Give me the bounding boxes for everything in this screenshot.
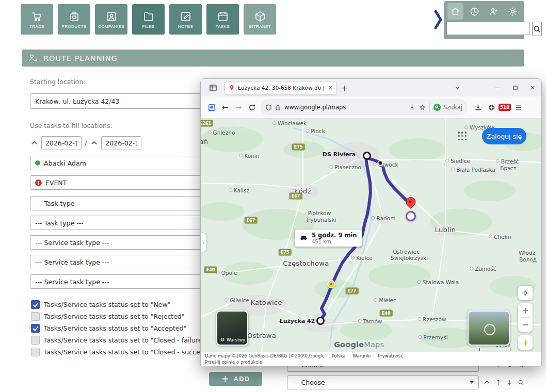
status-closed-failure-checkbox[interactable] bbox=[31, 336, 40, 345]
nav-companies-button[interactable]: COMPANIES bbox=[95, 4, 127, 35]
map-label: DS Riviera bbox=[323, 151, 356, 158]
collapse-up-button[interactable] bbox=[483, 379, 491, 386]
map-label: ań bbox=[201, 138, 208, 145]
reload-button[interactable] bbox=[245, 101, 259, 114]
country-link[interactable]: Polska bbox=[332, 353, 346, 358]
map-label: Częstochowa bbox=[283, 259, 329, 267]
status-row-accepted: Tasks/Service tasks status set to "Accep… bbox=[31, 324, 186, 333]
global-search-button[interactable] bbox=[532, 22, 542, 36]
hamburger-icon bbox=[515, 104, 522, 111]
bookmark-star-icon[interactable] bbox=[419, 104, 426, 111]
route-info-tooltip[interactable]: 5 godz. 9 min 451 km bbox=[295, 230, 362, 247]
map-statusbar: Dane mapy ©2026 GeoBasis-DE/BKG (©2009),… bbox=[201, 352, 541, 366]
google-map[interactable]: › 5 godz. 9 min 451 km Zaloguj się Warst… bbox=[201, 119, 541, 352]
status-closed-success-checkbox[interactable] bbox=[31, 348, 40, 356]
tab-tiling-button[interactable] bbox=[205, 101, 218, 114]
map-label: Stalowa Wola bbox=[417, 279, 459, 285]
google-apps-icon[interactable] bbox=[458, 132, 467, 141]
date-to-stepper[interactable] bbox=[90, 139, 98, 148]
route-planning-app: TRADE PRODUCTS COMPANIES FILES NOTES TAS… bbox=[0, 0, 546, 392]
map-label: Piaseczno bbox=[329, 164, 361, 170]
status-row-closed-success: Tasks/Service tasks status set to "Close… bbox=[31, 348, 210, 356]
global-search-input[interactable] bbox=[446, 22, 530, 35]
map-label: Włodz bbox=[519, 250, 535, 256]
signin-button[interactable]: Zaloguj się bbox=[482, 128, 526, 144]
nav-label: TASKS bbox=[216, 24, 230, 29]
date-to-input[interactable] bbox=[101, 136, 141, 150]
nav-tasks-button[interactable]: TASKS bbox=[206, 4, 239, 35]
new-tab-button[interactable]: + bbox=[341, 83, 348, 93]
zoom-in-button[interactable]: + bbox=[518, 303, 533, 317]
layers-button[interactable]: Warstwy bbox=[216, 311, 248, 346]
nav-trade-button[interactable]: TRADE bbox=[21, 4, 53, 35]
maximize-button[interactable] bbox=[506, 79, 524, 96]
date-from-input[interactable] bbox=[41, 136, 82, 150]
downloads-button[interactable] bbox=[471, 101, 485, 114]
pegman-button[interactable] bbox=[518, 335, 533, 350]
forward-button[interactable]: → bbox=[232, 101, 245, 114]
traffic-alert-marker[interactable] bbox=[327, 280, 335, 288]
map-label: Konin bbox=[239, 153, 259, 159]
street-view-thumbnail[interactable] bbox=[468, 311, 510, 346]
move-up-button[interactable]: ↑ bbox=[494, 379, 502, 386]
tab-library-icon[interactable] bbox=[208, 83, 218, 93]
waypoint-marker[interactable] bbox=[363, 152, 371, 160]
tab-close-icon[interactable]: × bbox=[328, 84, 333, 91]
status-new-checkbox[interactable] bbox=[31, 300, 40, 309]
checkbox-label: Tasks/Service tasks status set to "New" bbox=[44, 301, 170, 308]
dashboard-button[interactable] bbox=[467, 3, 483, 20]
place-avatar-marker[interactable] bbox=[406, 211, 416, 221]
nav-products-button[interactable]: PRODUCTS bbox=[58, 4, 90, 35]
add-button[interactable]: ADD bbox=[209, 372, 262, 386]
plus-icon bbox=[221, 375, 229, 383]
nav-intranet-button[interactable]: INTRANET bbox=[244, 4, 276, 35]
feedback-link[interactable]: Prześlij opinię o produkcie bbox=[205, 360, 537, 365]
side-panel-toggle[interactable]: › bbox=[201, 233, 206, 252]
move-down-button[interactable]: ↓ bbox=[506, 379, 513, 386]
close-window-button[interactable]: × bbox=[524, 79, 541, 96]
google-maps-logo: GoogleMaps bbox=[334, 340, 384, 349]
expand-chevron-icon[interactable] bbox=[433, 7, 443, 32]
nav-label: INTRANET bbox=[249, 24, 271, 29]
search-chip-label[interactable]: Szukaj bbox=[443, 104, 462, 111]
minimize-button[interactable]: — bbox=[489, 79, 506, 96]
address-bar[interactable]: www.google.pl/maps Szukaj bbox=[261, 100, 467, 115]
save-page-icon[interactable] bbox=[409, 104, 415, 111]
date-from-stepper[interactable] bbox=[30, 139, 38, 148]
start-marker[interactable] bbox=[316, 317, 325, 325]
home-button[interactable] bbox=[447, 3, 463, 20]
settings-button[interactable] bbox=[505, 3, 521, 20]
pie-chart-icon bbox=[469, 6, 480, 17]
privacy-link[interactable]: Prywatność bbox=[378, 353, 403, 358]
my-location-button[interactable] bbox=[518, 286, 533, 300]
status-rejected-checkbox[interactable] bbox=[31, 312, 40, 321]
service-task-type-value: --- Service task type --- bbox=[35, 258, 109, 266]
add-user-button[interactable] bbox=[486, 3, 502, 20]
search-icon bbox=[518, 379, 524, 386]
choose-select-2[interactable]: --- Choose --- bbox=[287, 375, 479, 389]
search-row-button[interactable] bbox=[517, 379, 525, 386]
road-shield-label: E75 bbox=[292, 144, 305, 151]
status-accepted-checkbox[interactable] bbox=[31, 324, 40, 333]
home-icon bbox=[450, 6, 461, 17]
status-dot-icon bbox=[35, 160, 40, 166]
back-button[interactable]: ← bbox=[218, 101, 232, 114]
adblock-button[interactable]: 518 bbox=[498, 101, 511, 114]
terms-link[interactable]: Warunki bbox=[353, 353, 371, 358]
extensions-button[interactable] bbox=[485, 101, 498, 114]
menu-button[interactable] bbox=[511, 101, 525, 114]
map-label: Świętokrzyski bbox=[391, 255, 428, 261]
nav-files-button[interactable]: FILES bbox=[132, 4, 165, 35]
page-title: ROUTE PLANNING bbox=[43, 54, 118, 62]
list-tabs-button[interactable] bbox=[448, 79, 466, 96]
maps-pin-favicon bbox=[229, 85, 235, 91]
map-label: Gniezno bbox=[208, 129, 235, 136]
nav-notes-button[interactable]: NOTES bbox=[169, 4, 202, 35]
browser-tab[interactable]: Łużycka 42, 30-658 Kraków do | × bbox=[224, 81, 337, 95]
main-nav: TRADE PRODUCTS COMPANIES FILES NOTES TAS… bbox=[21, 4, 276, 35]
zoom-control: + − bbox=[518, 303, 533, 332]
user-add-icon bbox=[488, 6, 499, 17]
pegman-icon bbox=[522, 339, 529, 347]
zoom-out-button[interactable]: − bbox=[518, 318, 533, 332]
calendar-icon bbox=[217, 10, 229, 23]
